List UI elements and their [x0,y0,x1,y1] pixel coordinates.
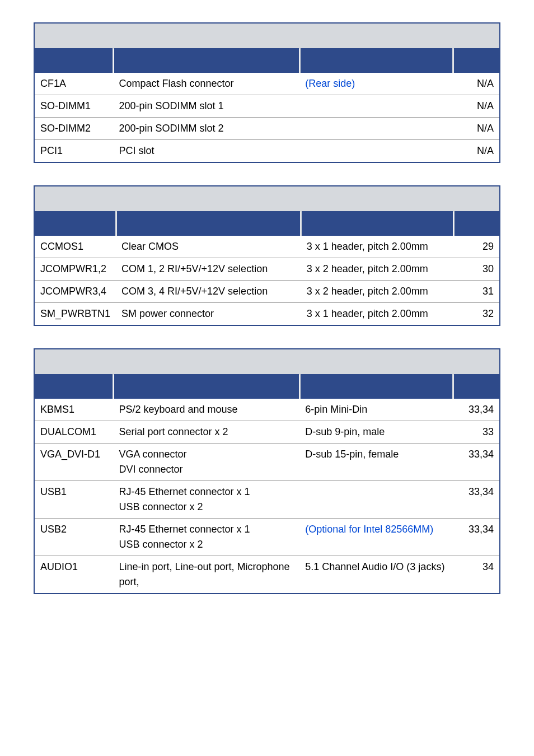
cell-func: Compact Flash connector [113,73,299,95]
table-row: CF1A Compact Flash connector (Rear side)… [34,73,500,95]
table-row: PCI1 PCI slot N/A [34,140,500,163]
table-row: JCOMPWR3,4 COM 3, 4 RI/+5V/+12V selectio… [34,281,500,303]
table-row: AUDIO1 Line-in port, Line-out port, Micr… [34,556,500,594]
cell-label: CF1A [34,73,113,95]
table-row: VGA_DVI-D1 VGA connector DVI connector D… [34,444,500,481]
table-row: DUALCOM1 Serial port connector x 2 D-sub… [34,421,500,444]
table-row: USB2 RJ-45 Ethernet connector x 1 USB co… [34,519,500,556]
table-row: CCMOS1 Clear CMOS 3 x 1 header, pitch 2.… [34,236,500,258]
jumpers-table: CCMOS1 Clear CMOS 3 x 1 header, pitch 2.… [34,185,500,326]
table-row: SM_PWRBTN1 SM power connector 3 x 1 head… [34,303,500,326]
table-row: USB1 RJ-45 Ethernet connector x 1 USB co… [34,481,500,519]
table-row: KBMS1 PS/2 keyboard and mouse 6-pin Mini… [34,399,500,421]
cell-type: (Rear side) [299,73,453,95]
table-row: SO-DIMM2 200-pin SODIMM slot 2 N/A [34,118,500,140]
slots-table: CF1A Compact Flash connector (Rear side)… [34,22,500,163]
table-row: JCOMPWR1,2 COM 1, 2 RI/+5V/+12V selectio… [34,258,500,281]
cell-page: N/A [453,73,500,95]
table-row: SO-DIMM1 200-pin SODIMM slot 1 N/A [34,95,500,118]
connectors-table: KBMS1 PS/2 keyboard and mouse 6-pin Mini… [34,348,500,594]
